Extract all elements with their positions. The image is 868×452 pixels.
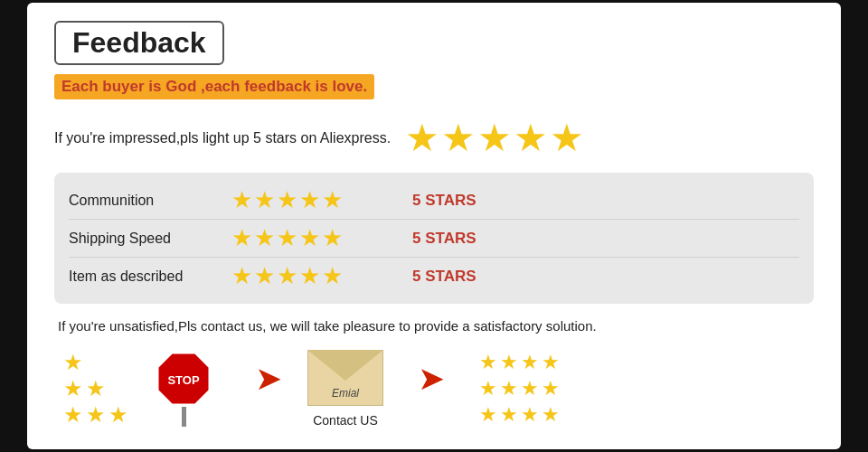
arrow-2: ➤ xyxy=(418,360,445,398)
big-star-1: ★ xyxy=(405,116,439,160)
unsatisfied-text: If you're unsatisfied,Pls contact us, we… xyxy=(54,318,814,334)
row1-badge: 5 STARS xyxy=(412,192,476,210)
row3-stars: ★ ★ ★ ★ ★ xyxy=(231,262,394,290)
row3-badge: 5 STARS xyxy=(412,268,476,286)
envelope-section: Emial Contact US xyxy=(307,350,383,428)
row2-label: Shipping Speed xyxy=(69,231,231,247)
arrow-1: ➤ xyxy=(255,360,282,398)
stop-sign: STOP xyxy=(156,351,212,427)
row1-label: Communition xyxy=(69,193,231,209)
tagline-text: Each buyer is God ,each feedback is love… xyxy=(54,74,374,99)
svg-text:STOP: STOP xyxy=(167,373,199,387)
table-row: Shipping Speed ★ ★ ★ ★ ★ 5 STARS xyxy=(69,220,799,258)
row2-badge: 5 STARS xyxy=(412,230,476,248)
row2-stars: ★ ★ ★ ★ ★ xyxy=(231,224,394,252)
page-title: Feedback xyxy=(54,21,224,65)
row1-stars: ★ ★ ★ ★ ★ xyxy=(231,186,394,214)
big-star-2: ★ xyxy=(441,116,476,160)
contact-us-label: Contact US xyxy=(313,413,378,428)
big-star-5: ★ xyxy=(550,116,584,160)
envelope-icon: Emial xyxy=(307,350,383,406)
feedback-card: Feedback Each buyer is God ,each feedbac… xyxy=(27,3,841,449)
rating-table: Communition ★ ★ ★ ★ ★ 5 STARS Shipping S… xyxy=(54,173,814,304)
left-stars-cluster: ★ ★ ★ ★ ★ ★ xyxy=(63,350,128,428)
svg-text:Emial: Emial xyxy=(332,387,359,400)
impress-text: If you're impressed,pls light up 5 stars… xyxy=(54,130,391,146)
right-stars-grid: ★ ★ ★ ★ ★ ★ ★ ★ ★ ★ ★ ★ xyxy=(479,351,560,427)
bottom-row: ★ ★ ★ ★ ★ ★ STOP ➤ xyxy=(54,350,814,428)
big-stars-row: ★ ★ ★ ★ ★ xyxy=(405,116,584,160)
big-star-3: ★ xyxy=(477,116,512,160)
table-row: Item as described ★ ★ ★ ★ ★ 5 STARS xyxy=(69,258,799,295)
table-row: Communition ★ ★ ★ ★ ★ 5 STARS xyxy=(69,182,799,220)
row3-label: Item as described xyxy=(69,268,231,285)
impress-row: If you're impressed,pls light up 5 stars… xyxy=(54,116,814,160)
big-star-4: ★ xyxy=(514,116,548,160)
